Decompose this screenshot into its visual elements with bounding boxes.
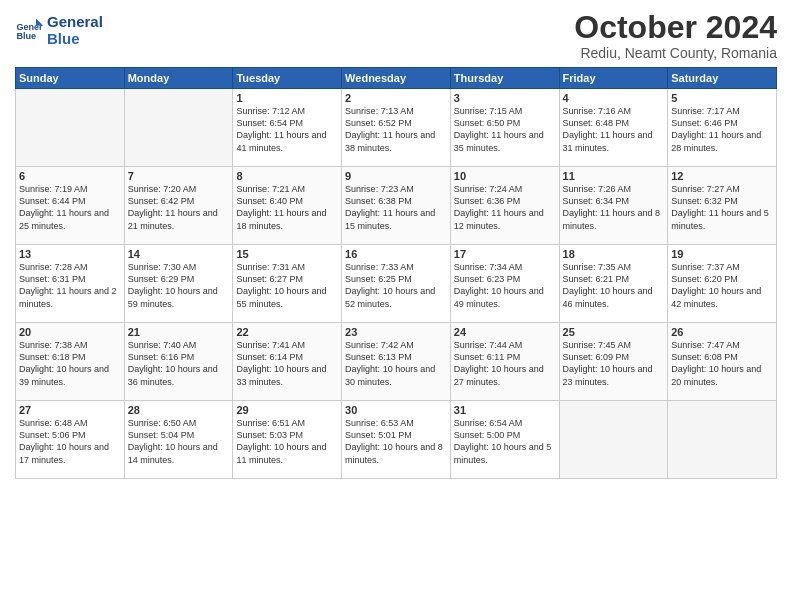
day-number: 2 bbox=[345, 92, 447, 104]
day-cell: 10Sunrise: 7:24 AM Sunset: 6:36 PM Dayli… bbox=[450, 167, 559, 245]
weekday-header-monday: Monday bbox=[124, 68, 233, 89]
day-number: 9 bbox=[345, 170, 447, 182]
weekday-header-thursday: Thursday bbox=[450, 68, 559, 89]
title-block: October 2024 Rediu, Neamt County, Romani… bbox=[574, 10, 777, 61]
day-cell: 12Sunrise: 7:27 AM Sunset: 6:32 PM Dayli… bbox=[668, 167, 777, 245]
day-cell: 15Sunrise: 7:31 AM Sunset: 6:27 PM Dayli… bbox=[233, 245, 342, 323]
day-number: 10 bbox=[454, 170, 556, 182]
day-cell: 22Sunrise: 7:41 AM Sunset: 6:14 PM Dayli… bbox=[233, 323, 342, 401]
day-info: Sunrise: 7:13 AM Sunset: 6:52 PM Dayligh… bbox=[345, 105, 447, 154]
day-number: 7 bbox=[128, 170, 230, 182]
day-info: Sunrise: 7:23 AM Sunset: 6:38 PM Dayligh… bbox=[345, 183, 447, 232]
day-cell: 13Sunrise: 7:28 AM Sunset: 6:31 PM Dayli… bbox=[16, 245, 125, 323]
day-cell: 20Sunrise: 7:38 AM Sunset: 6:18 PM Dayli… bbox=[16, 323, 125, 401]
day-info: Sunrise: 7:31 AM Sunset: 6:27 PM Dayligh… bbox=[236, 261, 338, 310]
day-info: Sunrise: 7:30 AM Sunset: 6:29 PM Dayligh… bbox=[128, 261, 230, 310]
calendar-subtitle: Rediu, Neamt County, Romania bbox=[574, 45, 777, 61]
day-info: Sunrise: 7:40 AM Sunset: 6:16 PM Dayligh… bbox=[128, 339, 230, 388]
day-cell: 30Sunrise: 6:53 AM Sunset: 5:01 PM Dayli… bbox=[342, 401, 451, 479]
day-info: Sunrise: 7:47 AM Sunset: 6:08 PM Dayligh… bbox=[671, 339, 773, 388]
day-info: Sunrise: 7:27 AM Sunset: 6:32 PM Dayligh… bbox=[671, 183, 773, 232]
day-cell: 26Sunrise: 7:47 AM Sunset: 6:08 PM Dayli… bbox=[668, 323, 777, 401]
header: General Blue General Blue October 2024 R… bbox=[15, 10, 777, 61]
day-info: Sunrise: 7:28 AM Sunset: 6:31 PM Dayligh… bbox=[19, 261, 121, 310]
day-info: Sunrise: 7:20 AM Sunset: 6:42 PM Dayligh… bbox=[128, 183, 230, 232]
week-row-3: 13Sunrise: 7:28 AM Sunset: 6:31 PM Dayli… bbox=[16, 245, 777, 323]
day-number: 22 bbox=[236, 326, 338, 338]
week-row-5: 27Sunrise: 6:48 AM Sunset: 5:06 PM Dayli… bbox=[16, 401, 777, 479]
day-info: Sunrise: 7:24 AM Sunset: 6:36 PM Dayligh… bbox=[454, 183, 556, 232]
day-cell bbox=[124, 89, 233, 167]
logo: General Blue General Blue bbox=[15, 14, 103, 47]
svg-text:Blue: Blue bbox=[16, 31, 36, 41]
day-info: Sunrise: 7:26 AM Sunset: 6:34 PM Dayligh… bbox=[563, 183, 665, 232]
day-cell: 14Sunrise: 7:30 AM Sunset: 6:29 PM Dayli… bbox=[124, 245, 233, 323]
day-cell: 5Sunrise: 7:17 AM Sunset: 6:46 PM Daylig… bbox=[668, 89, 777, 167]
logo-line2: Blue bbox=[47, 31, 103, 48]
day-number: 8 bbox=[236, 170, 338, 182]
logo-line1: General bbox=[47, 14, 103, 31]
day-number: 14 bbox=[128, 248, 230, 260]
day-number: 26 bbox=[671, 326, 773, 338]
day-number: 30 bbox=[345, 404, 447, 416]
day-cell: 31Sunrise: 6:54 AM Sunset: 5:00 PM Dayli… bbox=[450, 401, 559, 479]
day-cell: 1Sunrise: 7:12 AM Sunset: 6:54 PM Daylig… bbox=[233, 89, 342, 167]
week-row-4: 20Sunrise: 7:38 AM Sunset: 6:18 PM Dayli… bbox=[16, 323, 777, 401]
day-number: 21 bbox=[128, 326, 230, 338]
weekday-header-tuesday: Tuesday bbox=[233, 68, 342, 89]
day-cell: 19Sunrise: 7:37 AM Sunset: 6:20 PM Dayli… bbox=[668, 245, 777, 323]
day-number: 16 bbox=[345, 248, 447, 260]
day-number: 28 bbox=[128, 404, 230, 416]
day-info: Sunrise: 6:51 AM Sunset: 5:03 PM Dayligh… bbox=[236, 417, 338, 466]
day-cell: 7Sunrise: 7:20 AM Sunset: 6:42 PM Daylig… bbox=[124, 167, 233, 245]
weekday-header-saturday: Saturday bbox=[668, 68, 777, 89]
day-number: 18 bbox=[563, 248, 665, 260]
day-number: 1 bbox=[236, 92, 338, 104]
day-cell: 29Sunrise: 6:51 AM Sunset: 5:03 PM Dayli… bbox=[233, 401, 342, 479]
day-cell: 21Sunrise: 7:40 AM Sunset: 6:16 PM Dayli… bbox=[124, 323, 233, 401]
week-row-2: 6Sunrise: 7:19 AM Sunset: 6:44 PM Daylig… bbox=[16, 167, 777, 245]
day-cell: 28Sunrise: 6:50 AM Sunset: 5:04 PM Dayli… bbox=[124, 401, 233, 479]
day-cell bbox=[668, 401, 777, 479]
day-number: 11 bbox=[563, 170, 665, 182]
day-cell: 3Sunrise: 7:15 AM Sunset: 6:50 PM Daylig… bbox=[450, 89, 559, 167]
day-info: Sunrise: 6:50 AM Sunset: 5:04 PM Dayligh… bbox=[128, 417, 230, 466]
day-number: 3 bbox=[454, 92, 556, 104]
day-info: Sunrise: 7:38 AM Sunset: 6:18 PM Dayligh… bbox=[19, 339, 121, 388]
day-number: 20 bbox=[19, 326, 121, 338]
day-info: Sunrise: 6:48 AM Sunset: 5:06 PM Dayligh… bbox=[19, 417, 121, 466]
day-info: Sunrise: 6:54 AM Sunset: 5:00 PM Dayligh… bbox=[454, 417, 556, 466]
day-info: Sunrise: 7:34 AM Sunset: 6:23 PM Dayligh… bbox=[454, 261, 556, 310]
day-info: Sunrise: 7:41 AM Sunset: 6:14 PM Dayligh… bbox=[236, 339, 338, 388]
day-cell: 11Sunrise: 7:26 AM Sunset: 6:34 PM Dayli… bbox=[559, 167, 668, 245]
day-info: Sunrise: 6:53 AM Sunset: 5:01 PM Dayligh… bbox=[345, 417, 447, 466]
calendar-title: October 2024 bbox=[574, 10, 777, 45]
day-cell: 9Sunrise: 7:23 AM Sunset: 6:38 PM Daylig… bbox=[342, 167, 451, 245]
calendar-page: General Blue General Blue October 2024 R… bbox=[0, 0, 792, 612]
day-cell bbox=[559, 401, 668, 479]
calendar-table: SundayMondayTuesdayWednesdayThursdayFrid… bbox=[15, 67, 777, 479]
day-cell: 6Sunrise: 7:19 AM Sunset: 6:44 PM Daylig… bbox=[16, 167, 125, 245]
day-info: Sunrise: 7:12 AM Sunset: 6:54 PM Dayligh… bbox=[236, 105, 338, 154]
day-cell: 27Sunrise: 6:48 AM Sunset: 5:06 PM Dayli… bbox=[16, 401, 125, 479]
day-number: 19 bbox=[671, 248, 773, 260]
day-number: 24 bbox=[454, 326, 556, 338]
day-cell: 24Sunrise: 7:44 AM Sunset: 6:11 PM Dayli… bbox=[450, 323, 559, 401]
day-cell: 4Sunrise: 7:16 AM Sunset: 6:48 PM Daylig… bbox=[559, 89, 668, 167]
day-info: Sunrise: 7:19 AM Sunset: 6:44 PM Dayligh… bbox=[19, 183, 121, 232]
day-cell: 25Sunrise: 7:45 AM Sunset: 6:09 PM Dayli… bbox=[559, 323, 668, 401]
day-number: 6 bbox=[19, 170, 121, 182]
day-number: 31 bbox=[454, 404, 556, 416]
day-cell: 16Sunrise: 7:33 AM Sunset: 6:25 PM Dayli… bbox=[342, 245, 451, 323]
day-number: 5 bbox=[671, 92, 773, 104]
day-number: 27 bbox=[19, 404, 121, 416]
week-row-1: 1Sunrise: 7:12 AM Sunset: 6:54 PM Daylig… bbox=[16, 89, 777, 167]
day-info: Sunrise: 7:15 AM Sunset: 6:50 PM Dayligh… bbox=[454, 105, 556, 154]
day-number: 29 bbox=[236, 404, 338, 416]
day-info: Sunrise: 7:17 AM Sunset: 6:46 PM Dayligh… bbox=[671, 105, 773, 154]
day-number: 15 bbox=[236, 248, 338, 260]
day-number: 23 bbox=[345, 326, 447, 338]
weekday-header-friday: Friday bbox=[559, 68, 668, 89]
day-info: Sunrise: 7:33 AM Sunset: 6:25 PM Dayligh… bbox=[345, 261, 447, 310]
day-cell: 2Sunrise: 7:13 AM Sunset: 6:52 PM Daylig… bbox=[342, 89, 451, 167]
